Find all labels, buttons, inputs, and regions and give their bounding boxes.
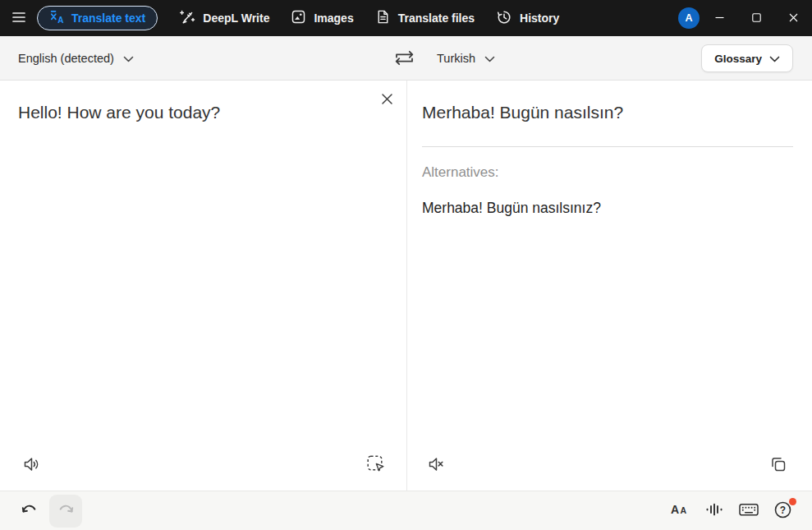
- minimize-icon: [715, 12, 724, 25]
- tab-images[interactable]: Images: [291, 9, 353, 27]
- tab-label: Translate text: [71, 12, 145, 25]
- document-icon: [375, 9, 391, 27]
- chevron-down-icon: [484, 52, 495, 65]
- deepl-app-window: A Translate text DeepL Write: [0, 0, 812, 530]
- clear-source-button[interactable]: [378, 91, 396, 109]
- listen-translation-button[interactable]: [427, 454, 447, 477]
- speaker-icon: [22, 454, 42, 477]
- help-button[interactable]: ?: [773, 500, 794, 522]
- select-text-button[interactable]: [365, 454, 387, 477]
- waveform-icon: [704, 500, 724, 521]
- font-size-icon: A A: [670, 500, 690, 521]
- tab-label: Translate files: [398, 12, 475, 25]
- notification-dot: [789, 498, 796, 505]
- svg-text:A: A: [57, 16, 63, 25]
- tab-translate-text[interactable]: A Translate text: [37, 6, 158, 30]
- svg-text:?: ?: [780, 505, 786, 516]
- redo-button[interactable]: [49, 495, 82, 528]
- glossary-button[interactable]: Glossary: [701, 44, 793, 72]
- tab-deepl-write[interactable]: DeepL Write: [179, 9, 269, 28]
- titlebar: A Translate text DeepL Write: [0, 0, 812, 36]
- swap-arrows-icon: [392, 58, 417, 71]
- chevron-down-icon: [123, 52, 134, 65]
- magic-pen-icon: [179, 9, 195, 28]
- copy-icon: [768, 454, 788, 477]
- tab-label: DeepL Write: [203, 12, 269, 25]
- maximize-icon: [752, 12, 761, 25]
- svg-text:A: A: [681, 505, 687, 515]
- tab-history[interactable]: History: [496, 9, 559, 28]
- target-pane: Merhaba! Bugün nasılsın? Alternatives: M…: [407, 81, 812, 491]
- bottom-toolbar: A A: [0, 491, 812, 530]
- source-pane[interactable]: Hello! How are you today?: [0, 81, 407, 491]
- translate-icon: A: [49, 9, 65, 27]
- minimize-button[interactable]: [701, 0, 738, 36]
- translation-area: Hello! How are you today?: [0, 81, 812, 491]
- close-button[interactable]: [775, 0, 812, 36]
- keyboard-button[interactable]: [738, 500, 759, 522]
- maximize-button[interactable]: [738, 0, 775, 36]
- target-language-selector[interactable]: Turkish: [437, 36, 495, 80]
- image-icon: [291, 9, 306, 27]
- alternative-option[interactable]: Merhaba! Bugün nasılsınız?: [422, 200, 793, 217]
- source-text[interactable]: Hello! How are you today?: [18, 101, 360, 124]
- glossary-label: Glossary: [714, 53, 762, 65]
- menu-button[interactable]: [5, 4, 33, 32]
- avatar-initial: A: [685, 12, 692, 24]
- close-icon: [789, 12, 798, 25]
- language-bar: English (detected) Turkish Glossary: [0, 36, 812, 81]
- voice-input-button[interactable]: [704, 500, 725, 522]
- translation-text[interactable]: Merhaba! Bugün nasılsın?: [422, 101, 793, 124]
- alternatives-divider: [422, 146, 793, 147]
- source-language-selector[interactable]: English (detected): [18, 36, 134, 80]
- source-language-label: English (detected): [18, 52, 114, 65]
- speaker-muted-icon: [427, 454, 447, 477]
- target-pane-footer: [407, 440, 812, 491]
- target-language-label: Turkish: [437, 52, 475, 65]
- source-pane-footer: [0, 440, 406, 491]
- svg-text:A: A: [671, 503, 679, 516]
- alternatives-label: Alternatives:: [422, 164, 793, 181]
- redo-icon: [57, 500, 76, 521]
- undo-button[interactable]: [20, 500, 39, 521]
- keyboard-icon: [738, 500, 759, 521]
- avatar[interactable]: A: [678, 7, 700, 29]
- chevron-down-icon: [769, 53, 780, 65]
- bottom-right-tools: A A: [669, 500, 794, 522]
- clear-icon: [381, 93, 393, 108]
- font-size-button[interactable]: A A: [669, 500, 690, 522]
- tab-translate-files[interactable]: Translate files: [375, 9, 475, 27]
- swap-languages-button[interactable]: [392, 48, 417, 71]
- history-icon: [496, 9, 512, 28]
- tab-label: History: [520, 12, 559, 25]
- copy-translation-button[interactable]: [768, 454, 788, 477]
- text-selection-icon: [365, 454, 387, 477]
- listen-source-button[interactable]: [22, 454, 42, 477]
- undo-icon: [20, 500, 39, 521]
- tab-label: Images: [314, 12, 353, 25]
- hamburger-icon: [11, 11, 26, 26]
